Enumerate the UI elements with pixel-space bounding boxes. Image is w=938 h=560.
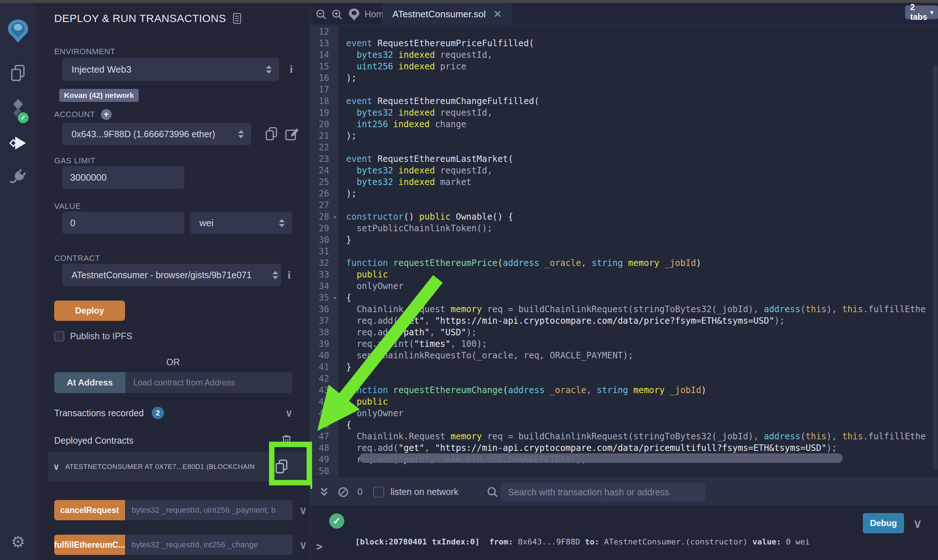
line-number: 24 <box>311 165 338 176</box>
transaction-log[interactable]: [block:20780401 txIndex:0] from: 0x643..… <box>355 511 810 560</box>
environment-info-icon[interactable]: i <box>290 63 293 75</box>
code-line: 39 req.addInt("times", 100); <box>311 338 938 350</box>
environment-value: Injected Web3 <box>72 64 262 75</box>
code-line: 20 int256 indexed change <box>311 118 938 130</box>
remix-ide-window: ✓ ⚙ DEPLOY & RUN TRANSACTIONS <box>0 0 938 560</box>
solidity-compiler-icon[interactable]: ✓ <box>0 96 36 122</box>
line-number: 28▾ <box>311 211 338 223</box>
deployed-contracts-row: Deployed Contracts <box>54 434 293 447</box>
caret-down-icon: ▾ <box>930 9 933 16</box>
copy-account-icon[interactable] <box>264 126 279 142</box>
close-tab-icon[interactable]: ✕ <box>494 9 501 20</box>
tab-active-file[interactable]: ATestnetConsumer.sol ✕ <box>383 3 511 25</box>
add-account-icon[interactable]: + <box>101 109 112 120</box>
line-number: 39 <box>311 338 338 350</box>
settings-gear-icon[interactable]: ⚙ <box>0 531 36 553</box>
compile-success-check-icon: ✓ <box>17 111 30 124</box>
contract-select[interactable]: ATestnetConsumer - browser/gists/9b71e07… <box>62 264 281 286</box>
deployed-contract-item[interactable]: ∨ ATESTNETCONSUMER AT 0X7E7...E80D1 (BLO… <box>48 452 306 482</box>
fold-marker-icon[interactable]: ▾ <box>333 211 337 223</box>
line-number: 19 <box>311 107 338 118</box>
code-line: 17 <box>311 84 938 95</box>
expand-log-icon[interactable]: ∨ <box>913 516 922 531</box>
line-number: 45 <box>311 408 338 419</box>
deployed-contract-label: ATESTNETCONSUMER AT 0X7E7...E80D1 (BLOCK… <box>65 463 272 471</box>
deployed-contracts-label: Deployed Contracts <box>54 435 134 446</box>
debug-button[interactable]: Debug <box>863 513 904 533</box>
plugin-manager-icon[interactable] <box>0 166 36 189</box>
select-arrows-icon <box>266 65 272 74</box>
horizontal-scrollbar[interactable] <box>359 454 843 463</box>
edit-account-icon[interactable] <box>284 126 299 142</box>
or-separator: OR <box>36 357 310 368</box>
trash-icon[interactable] <box>280 434 293 447</box>
environment-label: ENVIRONMENT <box>54 47 115 56</box>
select-arrows-icon <box>272 271 278 279</box>
code-line: 31 <box>311 246 938 257</box>
gas-limit-input[interactable] <box>62 166 184 189</box>
panel-title: DEPLOY & RUN TRANSACTIONS <box>54 12 226 25</box>
at-address-button[interactable]: At Address <box>54 372 125 393</box>
fold-marker-icon[interactable]: ▾ <box>333 292 337 304</box>
fulfill-params-input[interactable] <box>125 535 293 555</box>
deploy-button[interactable]: Deploy <box>54 301 125 321</box>
code-editor[interactable]: 1213event RequestEthereumPriceFulfilled(… <box>311 25 938 478</box>
copy-contract-address-icon[interactable] <box>274 458 289 475</box>
line-number: 27 <box>311 199 338 211</box>
publish-ipfs-row: Publish to IPFS <box>54 331 132 342</box>
zoom-out-icon[interactable] <box>315 9 327 20</box>
line-number: 46 <box>311 419 338 431</box>
account-select[interactable]: 0x643...9F88D (1.666673996 ether) <box>62 123 251 145</box>
environment-select[interactable]: Injected Web3 <box>62 58 279 81</box>
function-row: cancelRequest ∨ <box>54 500 307 520</box>
line-number: 33 <box>311 269 338 280</box>
chevron-down-icon[interactable]: ∨ <box>53 462 60 472</box>
expand-terminal-icon[interactable] <box>318 486 330 498</box>
publish-ipfs-checkbox[interactable] <box>54 331 64 342</box>
terminal-search-input[interactable] <box>501 483 705 501</box>
line-number: 37 <box>311 315 338 327</box>
listen-network-label: listen on network <box>391 487 458 497</box>
value-input[interactable] <box>62 212 184 234</box>
terminal-prompt[interactable]: > <box>316 540 323 553</box>
clear-console-icon[interactable] <box>338 487 349 497</box>
gas-limit-label: GAS LIMIT <box>54 156 95 165</box>
home-tab-remix-icon[interactable] <box>348 8 360 21</box>
account-label-row: ACCOUNT + <box>54 109 112 120</box>
contract-info-icon[interactable]: i <box>288 269 291 281</box>
tabs-count-dropdown[interactable]: 2 tabs ▾ <box>905 5 938 19</box>
deploy-run-panel: DEPLOY & RUN TRANSACTIONS ENVIRONMENT In… <box>36 3 310 560</box>
cancel-request-button[interactable]: cancelRequest <box>54 500 125 520</box>
listen-network-checkbox[interactable] <box>373 487 384 497</box>
value-unit-select[interactable]: wei <box>190 212 292 234</box>
vertical-scrollbar[interactable] <box>933 65 938 470</box>
code-line: 30} <box>311 234 938 246</box>
line-number: 17 <box>311 84 338 95</box>
cancel-request-params-input[interactable] <box>125 500 293 520</box>
log-line-1: [block:20780401 txIndex:0] from: 0x643..… <box>355 536 810 548</box>
code-line: 48 req.add("get", "https://min-api.crypt… <box>311 442 938 454</box>
at-address-input[interactable] <box>125 372 292 393</box>
expand-params-icon[interactable]: ∨ <box>299 539 307 551</box>
line-number: 30 <box>311 234 338 246</box>
doc-list-icon[interactable] <box>232 13 242 24</box>
panel-header: DEPLOY & RUN TRANSACTIONS <box>54 12 242 25</box>
remix-logo-icon[interactable] <box>0 17 36 46</box>
expand-params-icon[interactable]: ∨ <box>299 504 307 517</box>
line-number: 42 <box>311 373 338 385</box>
search-icon <box>487 486 498 498</box>
code-line: 14 bytes32 indexed requestId, <box>311 49 938 61</box>
line-number: 25 <box>311 176 338 188</box>
deploy-run-icon[interactable] <box>0 132 36 154</box>
line-number: 49 <box>311 454 338 465</box>
select-arrows-icon <box>238 130 244 138</box>
window-top-strip <box>0 0 938 3</box>
code-line: 33 public <box>311 269 938 280</box>
transactions-recorded-row[interactable]: Transactions recorded 2 ∨ <box>54 407 293 419</box>
chevron-down-icon[interactable]: ∨ <box>286 407 293 419</box>
zoom-in-icon[interactable] <box>331 9 343 20</box>
terminal-resize-handle[interactable] <box>311 479 312 489</box>
fulfill-ethereum-change-button[interactable]: fulfillEthereumC... <box>54 535 125 555</box>
file-explorer-icon[interactable] <box>0 62 36 85</box>
tx-success-check-icon: ✓ <box>329 513 344 529</box>
